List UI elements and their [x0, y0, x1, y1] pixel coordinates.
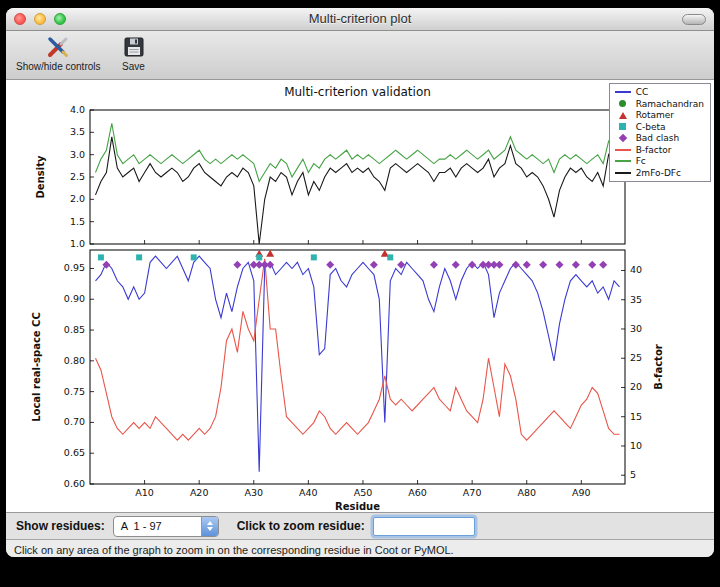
legend-marker-cell	[614, 172, 632, 174]
svg-text:3.5: 3.5	[70, 126, 85, 137]
svg-text:0.95: 0.95	[64, 262, 85, 273]
svg-text:B-factor: B-factor	[653, 344, 664, 389]
show-residues-select[interactable]: A 1 - 97	[113, 516, 219, 537]
svg-text:Local real-space CC: Local real-space CC	[31, 312, 42, 422]
legend-item-cbeta: C-beta	[614, 122, 704, 133]
svg-text:A20: A20	[190, 487, 209, 498]
svg-text:30: 30	[630, 323, 642, 334]
app-window: Multi-criterion plot Show/hide controls …	[6, 8, 714, 557]
controls-bar: Show residues: A 1 - 97 Click to zoom re…	[6, 512, 714, 539]
rotamer-triangle-icon	[619, 112, 627, 119]
svg-text:0.75: 0.75	[64, 386, 85, 397]
svg-text:3.0: 3.0	[70, 149, 85, 160]
toolbar: Show/hide controls Save	[6, 31, 714, 80]
legend-item-bad-clash: Bad clash	[614, 133, 704, 144]
legend-label: Rotamer	[636, 110, 674, 120]
legend-item-fc: Fc	[614, 156, 704, 167]
svg-text:Multi-criterion validation: Multi-criterion validation	[284, 85, 431, 99]
svg-text:0.90: 0.90	[64, 293, 85, 304]
svg-text:2.5: 2.5	[70, 171, 85, 182]
2mfo-dfc-line-icon	[615, 172, 631, 174]
svg-text:1.5: 1.5	[70, 216, 85, 227]
svg-text:A40: A40	[299, 487, 318, 498]
svg-text:0.80: 0.80	[64, 355, 85, 366]
legend-marker-cell	[614, 100, 632, 107]
legend-label: B-factor	[636, 145, 672, 155]
legend-item-b-factor: B-factor	[614, 145, 704, 156]
legend-marker-cell	[614, 112, 632, 119]
legend-marker-cell	[614, 149, 632, 151]
ramachandran-circle-icon	[619, 100, 626, 107]
svg-text:35: 35	[630, 294, 642, 305]
legend-marker-cell	[614, 91, 632, 93]
svg-text:A10: A10	[135, 487, 154, 498]
show-residues-label: Show residues:	[16, 519, 105, 533]
svg-text:20: 20	[630, 381, 642, 392]
cc-line-icon	[615, 91, 631, 93]
svg-text:40: 40	[630, 264, 642, 275]
save-button[interactable]: Save	[121, 34, 147, 72]
traffic-lights	[14, 13, 66, 25]
legend-marker-cell	[614, 123, 632, 130]
legend-label: C-beta	[636, 122, 666, 132]
legend-label: Bad clash	[636, 133, 680, 143]
svg-text:A70: A70	[463, 487, 482, 498]
svg-text:Density: Density	[35, 155, 46, 198]
status-bar: Click on any area of the graph to zoom i…	[6, 539, 714, 557]
svg-text:A60: A60	[408, 487, 427, 498]
svg-text:A80: A80	[517, 487, 536, 498]
toolbar-button-label: Save	[122, 61, 145, 72]
legend-item-ramachandran: Ramachandran	[614, 99, 704, 110]
svg-text:4.0: 4.0	[70, 104, 85, 115]
title-bar[interactable]: Multi-criterion plot	[6, 8, 714, 31]
svg-text:A90: A90	[572, 487, 591, 498]
legend-marker-cell	[614, 135, 632, 141]
toolbar-button-label: Show/hide controls	[16, 61, 101, 72]
cbeta-square-icon	[619, 123, 626, 130]
svg-text:0.85: 0.85	[64, 324, 85, 335]
svg-text:10: 10	[630, 440, 642, 451]
zoom-residue-input[interactable]	[373, 517, 475, 536]
legend-item-2mfo-dfc: 2mFo-DFc	[614, 168, 704, 179]
legend-label: Fc	[636, 156, 646, 166]
svg-text:0.70: 0.70	[64, 416, 85, 427]
legend-label: 2mFo-DFc	[636, 168, 681, 178]
b-factor-line-icon	[615, 149, 631, 151]
svg-text:25: 25	[630, 352, 642, 363]
bad-clash-diamond-icon	[618, 134, 626, 142]
status-text: Click on any area of the graph to zoom i…	[14, 544, 454, 556]
minimize-button[interactable]	[34, 13, 46, 25]
multi-criterion-chart[interactable]: Multi-criterion validation1.01.52.02.53.…	[10, 80, 710, 512]
legend-item-cc: CC	[614, 87, 704, 98]
selected-residue-range: A 1 - 97	[114, 517, 201, 536]
zoom-residue-label: Click to zoom residue:	[237, 519, 365, 533]
svg-text:A30: A30	[244, 487, 263, 498]
stepper-arrows-icon	[201, 517, 218, 536]
fc-line-icon	[615, 160, 631, 162]
svg-text:5: 5	[630, 469, 636, 480]
chart-legend: CC Ramachandran Rotamer C-beta Bad clash…	[609, 83, 711, 182]
show-hide-controls-button[interactable]: Show/hide controls	[16, 34, 101, 72]
legend-label: Ramachandran	[636, 99, 704, 109]
legend-item-rotamer: Rotamer	[614, 110, 704, 121]
plot-area: Multi-criterion validation1.01.52.02.53.…	[6, 80, 714, 512]
close-button[interactable]	[14, 13, 26, 25]
save-floppy-icon	[121, 34, 147, 60]
svg-text:0.60: 0.60	[64, 478, 85, 489]
svg-text:1.0: 1.0	[70, 238, 85, 249]
legend-label: CC	[636, 87, 649, 97]
crossed-tools-icon	[45, 34, 71, 60]
svg-text:0.65: 0.65	[64, 447, 85, 458]
toolbar-toggle-button[interactable]	[682, 14, 706, 25]
svg-text:A50: A50	[354, 487, 373, 498]
svg-text:Residue: Residue	[335, 501, 380, 512]
zoom-button[interactable]	[54, 13, 66, 25]
window-title: Multi-criterion plot	[6, 8, 714, 30]
legend-marker-cell	[614, 160, 632, 162]
svg-text:15: 15	[630, 411, 642, 422]
svg-text:2.0: 2.0	[70, 193, 85, 204]
